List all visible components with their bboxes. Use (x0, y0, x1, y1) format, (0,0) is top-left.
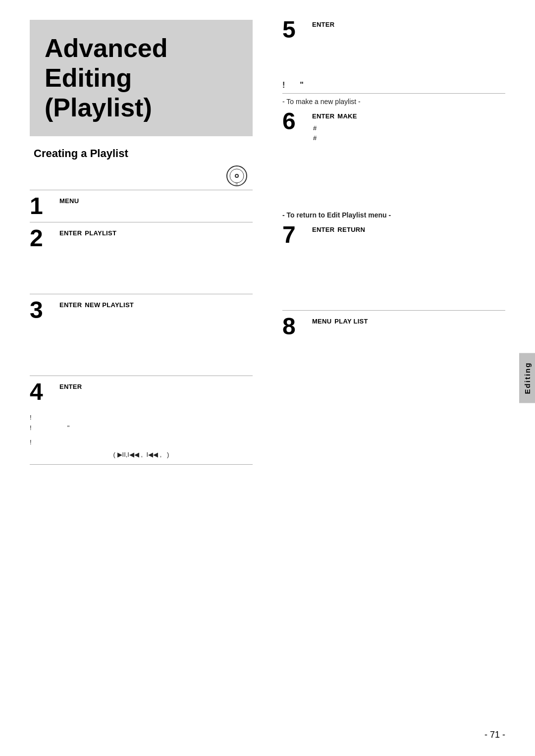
step-8-row: 8 MENU PLAY LIST (282, 313, 505, 342)
step-5-row: 5 ENTER (282, 20, 505, 48)
controls-row: ( ▶II,I◀◀ , I◀◀ , ) (30, 450, 253, 460)
step-3-label-newplaylist: New Playlist (85, 300, 134, 310)
spacer-right (282, 148, 505, 207)
step-1-row: 1 MENU (30, 192, 253, 222)
step-2-content: ENTER Playlist (59, 228, 253, 238)
side-tab: Editing (519, 353, 535, 403)
step-4-number: 4 (30, 380, 54, 404)
step-8-label-playlist: PLAY LIST (334, 317, 368, 326)
step-6-number: 6 (282, 109, 307, 133)
step-7-block: 7 ENTER Return (282, 221, 505, 251)
disc-icon: R (226, 165, 248, 187)
step-4-content: ENTER (59, 382, 253, 392)
step-7-label-return: Return (337, 225, 365, 235)
svg-text:R: R (236, 182, 238, 185)
step-6-label-enter: ENTER (312, 111, 334, 121)
step-7-row: 7 ENTER Return (282, 221, 505, 251)
step-2-label-enter: ENTER (59, 228, 82, 238)
step-6-block: 6 ENTER Make # # (282, 108, 505, 148)
step-2-label-playlist: Playlist (85, 228, 116, 238)
step-5-note-area: ! " (282, 77, 505, 91)
step-8-number: 8 (282, 315, 307, 338)
section-heading: Creating a Playlist (34, 147, 253, 160)
spacer-right-2 (282, 251, 505, 310)
step-4-label-enter: ENTER (59, 382, 82, 392)
step-8-label-menu: MENU (312, 317, 331, 326)
step-4-notes: ! ! " ! ( ▶II,I◀◀ , I◀◀ , ) (30, 411, 253, 460)
page-number: - 71 - (484, 730, 505, 740)
subsection-return: - To return to Edit Playlist menu - (282, 211, 505, 219)
right-column: 5 ENTER ! " - To make a new playlist - 6 (272, 20, 505, 736)
step-3-label-enter: ENTER (59, 300, 82, 310)
title-box: Advanced Editing (Playlist) (30, 20, 253, 136)
step-5-content: ENTER (312, 20, 505, 30)
step-5-block: 5 ENTER (282, 20, 505, 48)
step-5-label-enter: ENTER (312, 20, 334, 30)
step-1-content: MENU (59, 196, 253, 206)
step-4-row: 4 ENTER (30, 378, 253, 408)
disc-icon-wrap: R (30, 165, 248, 187)
step-8-content: MENU PLAY LIST (312, 317, 505, 326)
step-5-number: 5 (282, 18, 307, 42)
step-3-block: 3 ENTER New Playlist (30, 294, 253, 326)
step-2-block: 2 ENTER Playlist (30, 222, 253, 254)
step-2-number: 2 (30, 226, 54, 250)
svg-point-3 (236, 175, 238, 177)
step-6-row: 6 ENTER Make # # (282, 108, 505, 148)
step-6-label-make: Make (337, 111, 357, 121)
step-1-label-menu: MENU (59, 196, 79, 206)
side-tab-text: Editing (523, 362, 532, 394)
step-3-content: ENTER New Playlist (59, 300, 253, 310)
page-title: Advanced Editing (Playlist) (45, 34, 238, 122)
step-4-block: 4 ENTER ! ! " ! ( ▶II,I◀◀ , I◀◀ , ) (30, 376, 253, 460)
step-3-row: 3 ENTER New Playlist (30, 296, 253, 326)
step-8-block: 8 MENU PLAY LIST (282, 313, 505, 342)
step-7-content: ENTER Return (312, 225, 505, 235)
step-3-number: 3 (30, 298, 54, 322)
step-7-label-enter: ENTER (312, 225, 334, 235)
step-1-block: 1 MENU (30, 190, 253, 222)
step-6-hashlist: # # (313, 123, 505, 144)
left-column: Advanced Editing (Playlist) Creating a P… (30, 20, 272, 736)
step-2-row: 2 ENTER Playlist (30, 224, 253, 254)
page-container: Advanced Editing (Playlist) Creating a P… (0, 0, 535, 756)
subsection-new-playlist: - To make a new playlist - (282, 98, 505, 106)
step-7-number: 7 (282, 223, 307, 247)
step-1-number: 1 (30, 194, 54, 218)
step-6-content: ENTER Make # # (312, 111, 505, 144)
